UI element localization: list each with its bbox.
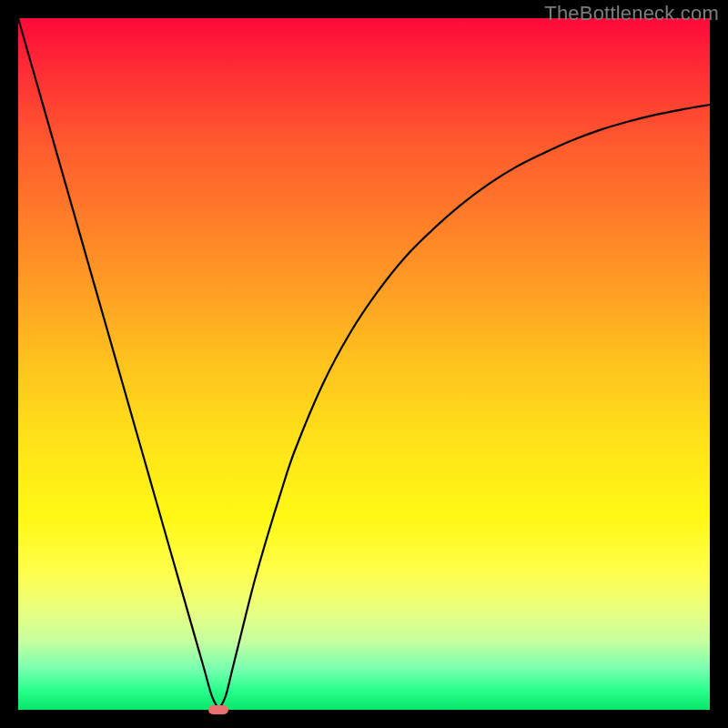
bottleneck-curve [18, 18, 710, 710]
watermark-text: TheBottleneck.com [544, 2, 719, 25]
chart-frame: TheBottleneck.com [0, 0, 728, 728]
curve-line [18, 18, 710, 710]
optimal-marker [208, 705, 228, 714]
plot-area [18, 18, 710, 710]
